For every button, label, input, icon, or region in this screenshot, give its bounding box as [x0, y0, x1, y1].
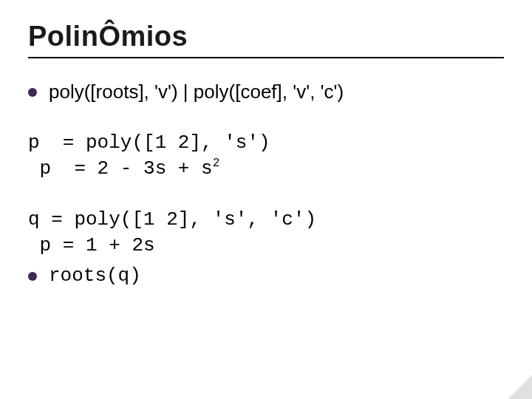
slide-title: PolinÔmios: [28, 21, 504, 52]
code1-line1: p = poly([1 2], 's'): [28, 130, 504, 156]
bullet-dot-icon: [28, 272, 37, 281]
bullet-item-syntax: poly([roots], 'v') | poly([coef], 'v', '…: [28, 79, 504, 105]
title-underline: [28, 57, 504, 58]
code1-line2-exp: 2: [213, 157, 220, 171]
bullet-dot-icon: [28, 88, 37, 97]
slide: PolinÔmios poly([roots], 'v') | poly([co…: [0, 0, 532, 399]
code-block-1: p = poly([1 2], 's') p = 2 - 3s + s2: [28, 130, 504, 182]
code2-line1: q = poly([1 2], 's', 'c'): [28, 207, 504, 233]
slide-body: poly([roots], 'v') | poly([coef], 'v', '…: [28, 79, 504, 290]
code1-line2-prefix: p = 2 - 3s + s: [28, 157, 213, 180]
page-corner-icon: [508, 375, 532, 399]
bullet-text-roots: roots(q): [49, 263, 504, 289]
code2-line2: p = 1 + 2s: [28, 233, 504, 259]
bullet-text-syntax: poly([roots], 'v') | poly([coef], 'v', '…: [49, 79, 504, 105]
code-block-2: q = poly([1 2], 's', 'c') p = 1 + 2s: [28, 207, 504, 259]
bullet-item-roots: roots(q): [28, 263, 504, 289]
code1-line2: p = 2 - 3s + s2: [28, 156, 504, 182]
